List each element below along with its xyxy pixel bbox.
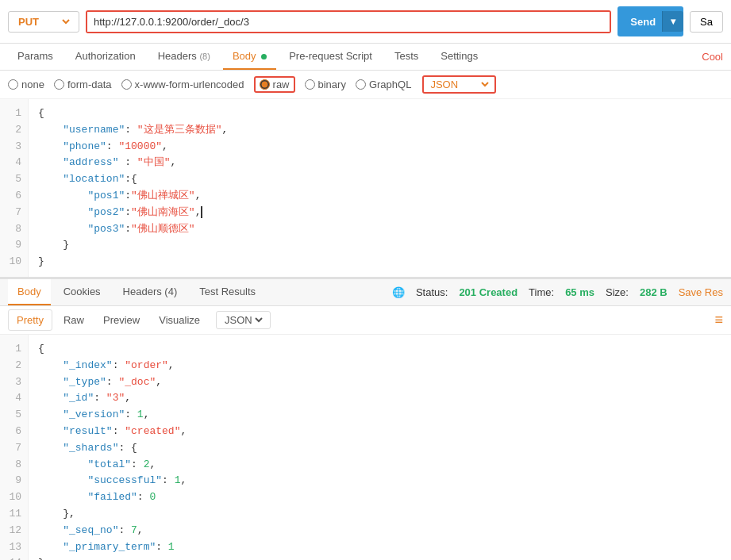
response-format-select[interactable]: JSON Text xyxy=(221,313,265,327)
radio-none-input[interactable] xyxy=(8,79,18,90)
main-tabs: Params Authorization Headers (8) Body Pr… xyxy=(0,44,731,71)
radio-urlencoded[interactable]: x-www-form-urlencoded xyxy=(121,79,244,90)
radio-graphql-input[interactable] xyxy=(356,79,366,90)
method-select[interactable]: PUT GET POST DELETE xyxy=(8,11,79,33)
format-select-wrap: JSON Text JavaScript HTML XML xyxy=(422,75,496,94)
radio-raw[interactable]: raw xyxy=(254,76,295,93)
status-code: 201 Created xyxy=(459,286,517,298)
radio-form-data[interactable]: form-data xyxy=(54,79,112,90)
tab-params[interactable]: Params xyxy=(8,44,63,70)
save-label: Sa xyxy=(700,16,713,28)
subtab-preview[interactable]: Preview xyxy=(95,310,148,330)
radio-form-data-input[interactable] xyxy=(54,79,64,90)
body-type-group: none form-data x-www-form-urlencoded raw… xyxy=(8,76,411,93)
tab-tests[interactable]: Tests xyxy=(385,44,428,70)
format-select[interactable]: JSON Text JavaScript HTML XML xyxy=(427,78,491,91)
response-subtabs: Pretty Raw Preview Visualize JSON Text ≡ xyxy=(0,306,731,335)
size-label: Size: xyxy=(606,286,629,298)
time-value: 65 ms xyxy=(565,286,594,298)
response-tabs: Body Cookies Headers (4) Test Results 🌐 … xyxy=(0,279,731,306)
response-body-editor: 12345 678910 11121314 { "_index": "order… xyxy=(0,335,731,560)
top-bar: PUT GET POST DELETE Send ▾ Sa xyxy=(0,0,731,44)
radio-raw-input[interactable] xyxy=(260,79,270,90)
url-input-wrap xyxy=(86,10,611,33)
save-response-button[interactable]: Save Res xyxy=(679,286,723,298)
subtab-visualize[interactable]: Visualize xyxy=(151,310,208,330)
send-arrow[interactable]: ▾ xyxy=(662,11,683,32)
radio-binary-input[interactable] xyxy=(305,79,315,90)
send-button[interactable]: Send ▾ xyxy=(618,6,683,36)
request-code[interactable]: { "username": "这是第三条数据", "phone": "10000… xyxy=(29,99,237,277)
tab-pre-request[interactable]: Pre-request Script xyxy=(279,44,382,70)
save-button[interactable]: Sa xyxy=(690,11,723,33)
radio-graphql[interactable]: GraphQL xyxy=(356,79,411,90)
subtab-raw[interactable]: Raw xyxy=(56,310,92,330)
response-tab-test-results[interactable]: Test Results xyxy=(190,279,265,305)
subtab-pretty[interactable]: Pretty xyxy=(8,309,52,331)
cool-link: Cool xyxy=(702,51,723,63)
send-label: Send xyxy=(630,16,656,28)
wrap-icon[interactable]: ≡ xyxy=(714,312,723,328)
radio-urlencoded-input[interactable] xyxy=(121,79,132,90)
radio-binary[interactable]: binary xyxy=(305,79,346,90)
response-code: { "_index": "order", "_type": "_doc", "_… xyxy=(29,335,196,560)
request-line-numbers: 12345 678910 xyxy=(0,99,29,277)
response-section: Body Cookies Headers (4) Test Results 🌐 … xyxy=(0,279,731,560)
tab-headers[interactable]: Headers (8) xyxy=(148,44,220,70)
response-status-bar: 🌐 Status: 201 Created Time: 65 ms Size: … xyxy=(392,286,723,298)
tab-body[interactable]: Body xyxy=(223,44,276,70)
request-body-editor: 12345 678910 { "username": "这是第三条数据", "p… xyxy=(0,99,731,279)
radio-none[interactable]: none xyxy=(8,79,44,90)
method-dropdown[interactable]: PUT GET POST DELETE xyxy=(15,15,72,29)
response-tab-body[interactable]: Body xyxy=(8,279,51,305)
response-tab-headers[interactable]: Headers (4) xyxy=(113,279,187,305)
tab-settings[interactable]: Settings xyxy=(431,44,487,70)
response-line-numbers: 12345 678910 11121314 xyxy=(0,335,29,560)
url-input[interactable] xyxy=(87,12,610,32)
globe-icon: 🌐 xyxy=(392,286,405,298)
response-tab-cookies[interactable]: Cookies xyxy=(54,279,110,305)
tab-authorization[interactable]: Authorization xyxy=(66,44,145,70)
size-value: 282 B xyxy=(640,286,668,298)
body-options: none form-data x-www-form-urlencoded raw… xyxy=(0,71,731,99)
response-format-wrap: JSON Text xyxy=(216,311,271,329)
time-label: Time: xyxy=(529,286,554,298)
status-label: Status: xyxy=(416,286,448,298)
